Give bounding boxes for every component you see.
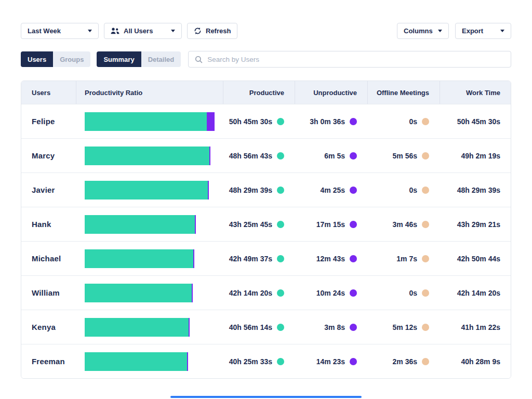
- productive-bar-segment: [85, 284, 192, 302]
- column-header-users[interactable]: Users: [21, 81, 76, 104]
- table-body: Felipe 50h 45m 30s 3h 0m 36s 0s 50h 45m …: [21, 104, 511, 378]
- work-time-value: 41h 1m 22s: [461, 323, 501, 331]
- offline-meetings-value: 2m 36s: [393, 357, 417, 366]
- user-filter-select[interactable]: All Users: [104, 23, 182, 39]
- offline-meetings-dot: [422, 289, 429, 297]
- work-time-value: 48h 29m 39s: [457, 186, 500, 194]
- unproductive-dot: [350, 255, 357, 262]
- unproductive-bar-segment: [195, 215, 196, 234]
- user-name: Marcy: [32, 151, 55, 160]
- offline-meetings-dot: [422, 358, 429, 365]
- table-row[interactable]: Hank 43h 25m 45s 17m 15s 3m 46s 43h 29m …: [21, 207, 511, 241]
- productive-dot: [277, 358, 284, 365]
- productive-value: 42h 49m 37s: [229, 255, 272, 263]
- work-time-value: 42h 14m 20s: [457, 289, 500, 297]
- productive-value: 42h 14m 20s: [229, 289, 272, 297]
- productive-dot: [277, 118, 284, 125]
- bottom-accent-bar: [170, 396, 362, 398]
- chevron-down-icon: [171, 30, 175, 32]
- offline-meetings-dot: [422, 152, 429, 159]
- unproductive-value: 10m 24s: [316, 289, 345, 297]
- productivity-ratio-bar: [85, 147, 223, 165]
- productive-dot: [277, 221, 284, 228]
- table-row[interactable]: Javier 48h 29m 39s 4m 25s 0s 48h 29m 39s: [21, 172, 511, 207]
- work-time-value: 50h 45m 30s: [457, 117, 500, 126]
- unproductive-bar-segment: [209, 147, 210, 165]
- date-range-value: Last Week: [28, 27, 61, 35]
- offline-meetings-value: 3m 46s: [393, 220, 417, 229]
- unproductive-value: 3m 8s: [324, 323, 345, 331]
- productive-bar-segment: [85, 147, 209, 165]
- productivity-ratio-bar: [85, 284, 223, 302]
- work-time-value: 42h 50m 44s: [457, 255, 500, 263]
- toggle-summary[interactable]: Summary: [97, 51, 141, 67]
- date-range-select[interactable]: Last Week: [21, 23, 99, 39]
- unproductive-dot: [350, 324, 357, 331]
- productive-bar-segment: [85, 318, 189, 337]
- productive-value: 43h 25m 45s: [229, 220, 272, 229]
- productive-bar-segment: [85, 215, 195, 234]
- toggle-users[interactable]: Users: [21, 51, 53, 67]
- toggle-detailed[interactable]: Detailed: [141, 51, 181, 67]
- chevron-down-icon: [438, 30, 442, 32]
- toolbar: Last Week All Users: [21, 23, 511, 39]
- productive-dot: [277, 289, 284, 297]
- column-header-productive[interactable]: Productive: [223, 81, 295, 104]
- work-time-value: 49h 2m 19s: [461, 152, 501, 160]
- unproductive-dot: [350, 187, 357, 194]
- offline-meetings-value: 0s: [409, 186, 417, 194]
- user-name: Javier: [32, 185, 55, 194]
- user-name: Kenya: [32, 323, 56, 331]
- offline-meetings-dot: [422, 255, 429, 262]
- unproductive-dot: [350, 358, 357, 365]
- productive-value: 48h 56m 43s: [229, 152, 272, 160]
- columns-select[interactable]: Columns: [397, 23, 449, 39]
- export-select[interactable]: Export: [455, 23, 511, 39]
- unproductive-dot: [350, 289, 357, 297]
- offline-meetings-value: 1m 7s: [396, 255, 417, 263]
- table-row[interactable]: Freeman 40h 25m 33s 14m 23s 2m 36s 40h 2…: [21, 344, 511, 378]
- unproductive-value: 4m 25s: [321, 186, 345, 194]
- unproductive-value: 17m 15s: [316, 220, 345, 229]
- unproductive-value: 14m 23s: [316, 357, 345, 366]
- productivity-ratio-bar: [85, 215, 223, 234]
- column-header-productivity-ratio[interactable]: Productivity Ratio: [76, 81, 223, 104]
- export-label: Export: [462, 27, 483, 35]
- user-name: Freeman: [32, 357, 65, 366]
- entity-toggle: Users Groups: [21, 51, 90, 67]
- column-header-unproductive[interactable]: Unproductive: [295, 81, 367, 104]
- productive-dot: [277, 255, 284, 262]
- user-filter-value: All Users: [124, 27, 166, 35]
- dashboard-page: Last Week All Users: [0, 0, 532, 379]
- table-row[interactable]: Marcy 48h 56m 43s 6m 5s 5m 56s 49h 2m 19…: [21, 138, 511, 172]
- productive-bar-segment: [85, 181, 208, 200]
- toggle-groups[interactable]: Groups: [53, 51, 90, 67]
- users-group-icon: [111, 28, 119, 34]
- table-row[interactable]: Kenya 40h 56m 14s 3m 8s 5m 12s 41h 1m 22…: [21, 310, 511, 344]
- chevron-down-icon: [88, 30, 92, 32]
- productive-dot: [277, 324, 284, 331]
- table-row[interactable]: Felipe 50h 45m 30s 3h 0m 36s 0s 50h 45m …: [21, 104, 511, 138]
- offline-meetings-value: 0s: [409, 289, 417, 297]
- unproductive-dot: [350, 118, 357, 125]
- productive-bar-segment: [85, 249, 193, 268]
- column-header-offline-meetings[interactable]: Offline Meetings: [367, 81, 440, 104]
- table-row[interactable]: Michael 42h 49m 37s 12m 43s 1m 7s 42h 50…: [21, 241, 511, 275]
- offline-meetings-dot: [422, 324, 429, 331]
- offline-meetings-value: 0s: [409, 117, 417, 126]
- table-row[interactable]: William 42h 14m 20s 10m 24s 0s 42h 14m 2…: [21, 275, 511, 310]
- work-time-value: 40h 28m 9s: [461, 357, 501, 366]
- productivity-ratio-bar: [85, 181, 223, 200]
- column-header-work-time[interactable]: Work Time: [440, 81, 511, 104]
- unproductive-bar-segment: [207, 112, 215, 131]
- productive-value: 40h 25m 33s: [229, 357, 272, 366]
- productive-bar-segment: [85, 352, 187, 371]
- columns-label: Columns: [404, 27, 433, 35]
- productive-dot: [277, 152, 284, 159]
- unproductive-bar-segment: [189, 318, 190, 337]
- offline-meetings-dot: [422, 118, 429, 125]
- user-name: Hank: [32, 220, 51, 229]
- search-input[interactable]: [207, 56, 504, 63]
- filter-row: Users Groups Summary Detailed: [21, 51, 511, 68]
- refresh-button[interactable]: Refresh: [187, 23, 237, 39]
